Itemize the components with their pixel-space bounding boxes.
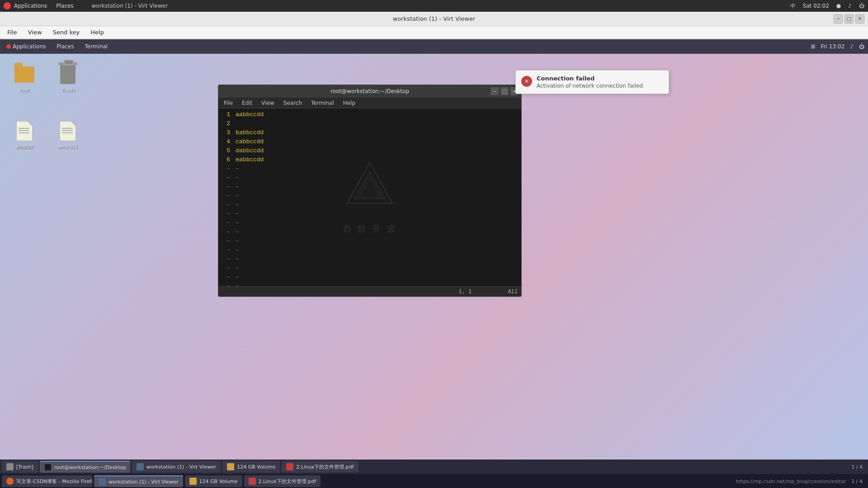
terminal-tilde-5: ~ (236, 201, 519, 210)
guest-sound-icon: ♪ (850, 43, 854, 50)
guest-taskbar-files[interactable]: 124 GB Volume (222, 461, 280, 473)
virt-maximize-button[interactable]: □ (844, 14, 854, 23)
terminal-line-3: babbccdd (236, 128, 519, 137)
terminal-tilde-4: ~ (236, 192, 519, 201)
terminal-tilde-6: ~ (236, 210, 519, 219)
host-files-label: 124 GB Volume (199, 479, 238, 484)
line-num-5: 5 (218, 146, 230, 155)
line-num-tilde-9: ~ (218, 237, 230, 246)
terminal-tilde-8: ~ (236, 228, 519, 237)
desktop-icon-root[interactable]: root (6, 62, 42, 95)
guest-taskbar-virt[interactable]: workstation (1) - Virt Viewer (132, 461, 221, 473)
guest-taskbar-trash[interactable]: [Trash] (2, 461, 38, 473)
guest-taskbar-terminal[interactable]: root@workstation:~/Desktop (40, 461, 130, 473)
terminal-tilde-9: ~ (236, 237, 519, 246)
virt-menu-sendkey[interactable]: Send key (49, 27, 84, 38)
line-num-3: 3 (218, 128, 230, 137)
guest-panel: Applications Places Terminal ⊞ Fri 13:02… (0, 39, 868, 54)
guest-taskbar-trash-label: [Trash] (16, 464, 33, 470)
guest-applications-menu[interactable]: Applications (4, 42, 48, 51)
terminal-minimize-button[interactable]: − (491, 87, 499, 95)
terminal-menu-file[interactable]: File (221, 99, 236, 107)
host-applications-menu[interactable]: Applications (4, 2, 47, 9)
host-title-label: workstation (1) - Virt Viewer (90, 2, 783, 10)
terminal-tilde-3: ~ (236, 183, 519, 192)
virt-menu-view[interactable]: View (24, 27, 46, 38)
line-num-tilde-7: ~ (218, 219, 230, 228)
desktop-icon-westos1-label: westos1 (57, 144, 78, 150)
host-places-menu[interactable]: Places (54, 2, 75, 10)
guest-taskbar-pdf[interactable]: 2.Linux下的文件管理.pdf (282, 461, 358, 473)
host-sound-icon: ♪ (848, 3, 852, 9)
desktop-icon-westos[interactable]: westos (6, 118, 42, 151)
host-topbar: Applications Places workstation (1) - Vi… (0, 0, 868, 12)
terminal-menu-search[interactable]: Search (281, 99, 305, 107)
guest-taskbar-files-icon (227, 463, 234, 470)
westos-doc-icon (14, 120, 35, 142)
host-applications-label: Applications (14, 3, 47, 9)
line-num-tilde-8: ~ (218, 228, 230, 237)
terminal-content[interactable]: aabbccdd babbccdd cabbccdd dabbccdd eabb… (233, 108, 521, 286)
virt-close-button[interactable]: ✕ (855, 14, 864, 23)
notification-body: Activation of network connection failed (537, 83, 663, 89)
desktop-icon-trash[interactable]: Trash (50, 62, 86, 95)
host-firefox-label: 写文章-CSDN博客 - Mozilla Firefox (16, 478, 92, 485)
terminal-window: root@workstation:~/Desktop − □ ✕ File Ed… (218, 84, 522, 297)
host-taskbar-files[interactable]: 124 GB Volume (185, 475, 242, 487)
desktop-icon-trash-label: Trash (61, 87, 74, 93)
guest-places-menu[interactable]: Places (54, 42, 76, 51)
terminal-menu-edit[interactable]: Edit (239, 99, 255, 107)
guest-power-icon: ⏻ (859, 43, 864, 50)
terminal-maximize-button[interactable]: □ (500, 87, 509, 95)
line-num-tilde-10: ~ (218, 246, 230, 255)
line-num-tilde-6: ~ (218, 210, 230, 219)
host-page-info: 1 / 4 (851, 479, 866, 484)
virt-menu-help[interactable]: Help (87, 27, 108, 38)
line-num-tilde-13: ~ (218, 273, 230, 282)
guest-taskbar-page-info: 1 / 4 (851, 464, 866, 470)
line-num-6: 6 (218, 155, 230, 164)
desktop-icon-westos1[interactable]: westos1 (50, 118, 86, 151)
virt-viewer-menubar: File View Send key Help (0, 26, 868, 39)
terminal-line-5: dabbccdd (236, 146, 519, 155)
terminal-menu-terminal[interactable]: Terminal (308, 99, 337, 107)
terminal-line-1: aabbccdd (236, 110, 519, 119)
terminal-controls: − □ ✕ (491, 87, 519, 95)
terminal-tilde-7: ~ (236, 219, 519, 228)
terminal-menu-view[interactable]: View (259, 99, 277, 107)
terminal-view-status: All (508, 289, 518, 295)
terminal-tilde-10: ~ (236, 246, 519, 255)
line-num-tilde-3: ~ (218, 183, 230, 192)
terminal-menu-help[interactable]: Help (340, 99, 358, 107)
line-num-tilde-2: ~ (218, 174, 230, 183)
line-numbers: 1 2 3 4 5 6 ~ ~ ~ ~ ~ ~ ~ ~ ~ ~ ~ ~ ~ ~ (218, 108, 233, 286)
guest-taskbar-pdf-label: 2.Linux下的文件管理.pdf (296, 464, 354, 470)
guest-terminal-menu[interactable]: Terminal (82, 42, 110, 51)
guest-taskbar-terminal-label: root@workstation:~/Desktop (54, 465, 127, 470)
terminal-line-2 (236, 119, 519, 128)
notification-text: Connection failed Activation of network … (537, 75, 663, 89)
host-taskbar-virt[interactable]: workstation (1) - Virt Viewer (94, 475, 183, 487)
terminal-position: 1, 1 (459, 289, 472, 295)
terminal-tilde-12: ~ (236, 264, 519, 273)
terminal-menubar: File Edit View Search Terminal Help (218, 98, 521, 108)
guest-grid-icon: ⊞ (811, 43, 816, 50)
applications-icon (4, 2, 11, 9)
host-files-icon (189, 478, 197, 485)
terminal-tilde-1: ~ (236, 164, 519, 174)
host-taskbar: 写文章-CSDN博客 - Mozilla Firefox workstation… (0, 474, 868, 488)
terminal-statusbar: 1, 1 All (218, 286, 521, 296)
line-num-tilde-4: ~ (218, 192, 230, 201)
notification-title: Connection failed (537, 75, 663, 82)
guest-taskbar: [Trash] root@workstation:~/Desktop works… (0, 460, 868, 474)
guest-desktop: Applications Places Terminal ⊞ Fri 13:02… (0, 39, 868, 474)
host-url-bar: https://mp.csdn.net/mp_blog/creation/edi… (732, 479, 849, 484)
terminal-body: 西 部 开 源 1 2 3 4 5 6 ~ ~ ~ ~ ~ ~ ~ ~ ~ ~ … (218, 108, 521, 286)
line-num-4: 4 (218, 137, 230, 146)
host-taskbar-pdf[interactable]: 2.Linux下的文件管理.pdf (244, 475, 321, 487)
host-sys-info: 中 (790, 2, 796, 10)
applications-dot-icon (6, 44, 11, 49)
host-taskbar-firefox[interactable]: 写文章-CSDN博客 - Mozilla Firefox (2, 475, 92, 487)
virt-menu-file[interactable]: File (4, 27, 21, 38)
virt-minimize-button[interactable]: − (834, 14, 843, 23)
